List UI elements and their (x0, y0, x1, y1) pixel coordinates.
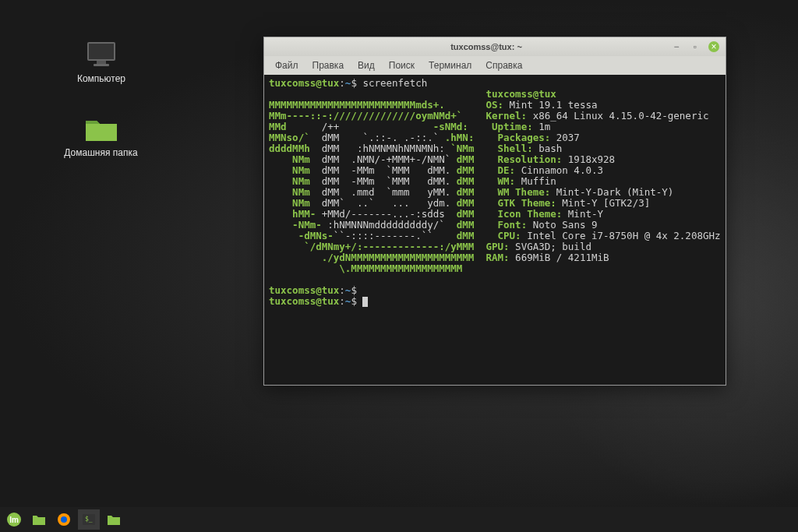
mint-logo-icon: lm (6, 512, 22, 527)
folder-icon (31, 513, 47, 527)
svg-point-7 (61, 516, 67, 523)
taskbar-terminal-button[interactable]: $_ (78, 509, 100, 530)
terminal-icon: $_ (81, 513, 97, 527)
minimize-button[interactable]: − (671, 41, 682, 52)
cursor (362, 297, 368, 307)
folder-icon (106, 513, 122, 527)
svg-rect-2 (97, 61, 106, 64)
menu-terminal[interactable]: Терминал (422, 58, 478, 72)
taskbar: lm $_ (0, 507, 798, 532)
svg-rect-3 (94, 64, 109, 66)
terminal-window: tuxcomss@tux: ~ − ▫ × Файл Правка Вид По… (263, 37, 726, 386)
svg-text:lm: lm (9, 516, 19, 524)
terminal-output[interactable]: tuxcomss@tux:~$ screenfetch tuxcomss@tux… (264, 75, 726, 385)
menubar: Файл Правка Вид Поиск Терминал Справка (264, 56, 726, 75)
svg-text:$_: $_ (85, 516, 93, 523)
taskbar-files2-button[interactable] (103, 509, 125, 530)
taskbar-files-button[interactable] (28, 509, 50, 530)
desktop-icon-home[interactable]: Домашняя папка (56, 113, 146, 158)
folder-icon (83, 113, 120, 144)
menu-view[interactable]: Вид (351, 58, 381, 72)
desktop-icon-label: Компьютер (77, 73, 125, 84)
desktop-icon-label: Домашняя папка (64, 147, 137, 158)
desktop-icon-computer[interactable]: Компьютер (66, 39, 136, 84)
window-title: tuxcomss@tux: ~ (302, 42, 671, 51)
maximize-button[interactable]: ▫ (690, 41, 701, 52)
taskbar-firefox-button[interactable] (53, 509, 75, 530)
svg-rect-1 (89, 44, 114, 59)
menu-edit[interactable]: Правка (306, 58, 351, 72)
menu-search[interactable]: Поиск (383, 58, 421, 72)
monitor-icon (83, 39, 120, 70)
menu-help[interactable]: Справка (479, 58, 528, 72)
titlebar[interactable]: tuxcomss@tux: ~ − ▫ × (264, 37, 726, 56)
firefox-icon (56, 512, 72, 527)
menu-file[interactable]: Файл (269, 58, 305, 72)
taskbar-menu-button[interactable]: lm (3, 509, 25, 530)
close-button[interactable]: × (708, 41, 719, 52)
